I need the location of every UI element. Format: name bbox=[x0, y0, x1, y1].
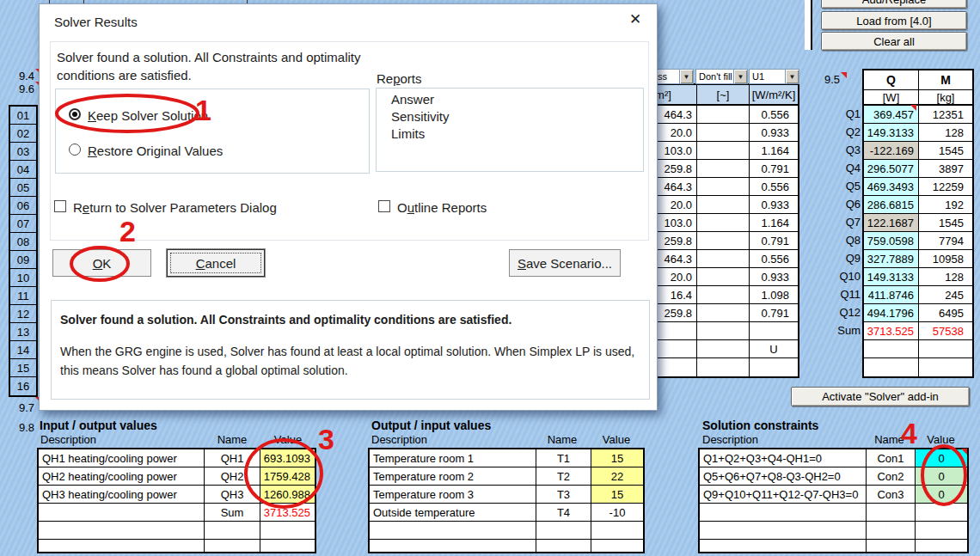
m-cell[interactable]: 12259 bbox=[919, 178, 972, 195]
q-cell[interactable]: 286.6815 bbox=[864, 196, 919, 213]
m-cell[interactable]: 3897 bbox=[919, 160, 972, 177]
q-cell[interactable]: 296.5077 bbox=[864, 160, 919, 177]
close-icon[interactable]: ✕ bbox=[629, 10, 641, 28]
row-label[interactable]: 16 bbox=[10, 377, 36, 395]
report-item-limits[interactable]: Limits bbox=[377, 125, 643, 143]
name-cell[interactable]: T1 bbox=[536, 449, 591, 467]
q-cell[interactable]: 122.1687 bbox=[864, 214, 919, 231]
value-cell[interactable]: 1260.988 bbox=[260, 486, 315, 503]
reports-listbox[interactable]: Answer Sensitivity Limits bbox=[376, 88, 644, 172]
u-cell[interactable]: 0.933 bbox=[750, 124, 798, 141]
desc-cell[interactable]: Temperature room 2 bbox=[370, 467, 536, 485]
q-cell[interactable]: 149.3133 bbox=[864, 268, 919, 285]
name-cell[interactable]: Sum bbox=[205, 504, 260, 521]
desc-cell[interactable] bbox=[39, 504, 205, 521]
desc-cell[interactable]: Temperature room 1 bbox=[370, 449, 536, 467]
u-cell[interactable]: 0.933 bbox=[750, 196, 798, 213]
u-cell[interactable]: 0.556 bbox=[750, 250, 798, 267]
value-cell[interactable]: 22 bbox=[591, 467, 643, 485]
dont-fill-dropdown[interactable]: Don't fill ▼ bbox=[695, 69, 748, 84]
q-cell[interactable]: 469.3493 bbox=[864, 178, 919, 195]
m-cell[interactable]: 1545 bbox=[919, 214, 972, 231]
name-cell[interactable]: T2 bbox=[536, 467, 591, 485]
chevron-down-icon[interactable]: ▼ bbox=[785, 70, 799, 83]
name-cell[interactable]: T4 bbox=[536, 504, 591, 521]
value-cell[interactable]: 15 bbox=[591, 449, 643, 467]
row-label[interactable]: 08 bbox=[10, 233, 36, 251]
m-cell[interactable]: 6495 bbox=[919, 304, 972, 321]
m-cell[interactable]: 10958 bbox=[919, 250, 972, 267]
q-cell[interactable]: 327.7889 bbox=[864, 250, 919, 267]
row-label[interactable]: 12 bbox=[10, 305, 36, 323]
value-cell[interactable]: 693.1093 bbox=[260, 449, 315, 467]
row-label[interactable]: 14 bbox=[10, 341, 36, 359]
m-cell[interactable]: 192 bbox=[919, 196, 972, 213]
q-sum-cell[interactable]: 3713.525 bbox=[864, 322, 919, 339]
u-cell[interactable]: 1.164 bbox=[750, 142, 798, 159]
name-cell[interactable]: T3 bbox=[536, 486, 591, 503]
outline-reports-checkbox[interactable] bbox=[378, 200, 390, 212]
u-cell[interactable]: 0.791 bbox=[750, 304, 798, 321]
value-cell[interactable]: 3713.525 bbox=[260, 504, 315, 521]
u-cell[interactable]: 1.164 bbox=[750, 214, 798, 231]
q-cell[interactable]: 759.0598 bbox=[864, 232, 919, 249]
row-label[interactable]: 10 bbox=[10, 269, 36, 287]
u1-dropdown[interactable]: U1 ▼ bbox=[749, 69, 799, 84]
ok-button[interactable]: OK bbox=[52, 249, 151, 277]
m-cell[interactable]: 245 bbox=[919, 286, 972, 303]
row-label[interactable]: 15 bbox=[10, 359, 36, 377]
desc-cell[interactable]: Q9+Q10+Q11+Q12-Q7-QH3=0 bbox=[700, 486, 867, 503]
row-label[interactable]: 05 bbox=[10, 179, 36, 197]
q-cell[interactable]: 411.8746 bbox=[864, 286, 919, 303]
row-label[interactable]: 01 bbox=[10, 107, 36, 125]
report-item-sensitivity[interactable]: Sensitivity bbox=[377, 108, 643, 125]
desc-cell[interactable]: QH2 heating/cooling power bbox=[39, 467, 205, 485]
name-cell[interactable]: Con2 bbox=[867, 467, 916, 485]
load-from-button[interactable]: Load from [4.0] bbox=[821, 11, 967, 30]
value-cell[interactable]: -10 bbox=[591, 504, 643, 521]
clear-all-button[interactable]: Clear all bbox=[821, 32, 967, 51]
m-cell[interactable]: 1545 bbox=[919, 142, 972, 159]
u-cell[interactable]: 0.791 bbox=[750, 232, 798, 249]
desc-cell[interactable]: Outside temperature bbox=[370, 504, 536, 521]
u-cell[interactable]: 0.933 bbox=[750, 268, 798, 285]
chevron-down-icon[interactable]: ▼ bbox=[733, 70, 747, 83]
row-label[interactable]: 13 bbox=[10, 323, 36, 341]
row-label[interactable]: 02 bbox=[10, 125, 36, 143]
desc-cell[interactable]: QH1 heating/cooling power bbox=[39, 449, 205, 467]
chevron-down-icon[interactable]: ▼ bbox=[679, 70, 693, 83]
report-item-answer[interactable]: Answer bbox=[377, 91, 643, 108]
q-cell[interactable]: 494.1796 bbox=[864, 304, 919, 321]
u-cell[interactable]: 0.556 bbox=[750, 106, 798, 123]
restore-values-radio[interactable] bbox=[69, 144, 81, 156]
name-cell[interactable]: QH3 bbox=[205, 486, 260, 503]
u-cell[interactable]: 1.098 bbox=[750, 286, 798, 303]
desc-cell[interactable]: Temperature room 3 bbox=[370, 486, 536, 503]
value-cell[interactable]: 1759.428 bbox=[260, 467, 315, 485]
name-cell[interactable]: QH2 bbox=[205, 467, 260, 485]
value-cell[interactable]: 0 bbox=[916, 467, 967, 485]
m-cell[interactable]: 128 bbox=[919, 268, 972, 285]
row-label[interactable]: 06 bbox=[10, 197, 36, 215]
value-cell[interactable]: 15 bbox=[591, 486, 643, 503]
desc-cell[interactable]: Q5+Q6+Q7+Q8-Q3-QH2=0 bbox=[700, 467, 867, 485]
m-cell[interactable]: 128 bbox=[919, 124, 972, 141]
row-label[interactable]: 03 bbox=[10, 143, 36, 161]
q-cell[interactable]: -122.169 bbox=[864, 142, 919, 159]
keep-solution-radio[interactable] bbox=[69, 108, 81, 120]
u-cell[interactable]: 0.556 bbox=[750, 178, 798, 195]
name-cell[interactable]: Con1 bbox=[867, 449, 916, 467]
activate-solver-button[interactable]: Activate "Solver" add-in bbox=[791, 387, 970, 406]
save-scenario-button[interactable]: Save Scenario... bbox=[509, 249, 621, 277]
cancel-button[interactable]: Cancel bbox=[167, 249, 265, 277]
row-label[interactable]: 11 bbox=[10, 287, 36, 305]
m-cell[interactable]: 7794 bbox=[919, 232, 972, 249]
row-label[interactable]: 09 bbox=[10, 251, 36, 269]
return-to-dialog-checkbox[interactable] bbox=[54, 200, 66, 212]
value-cell[interactable]: 0 bbox=[916, 486, 967, 503]
desc-cell[interactable]: QH3 heating/cooling power bbox=[39, 486, 205, 503]
u-cell[interactable]: 0.791 bbox=[750, 160, 798, 177]
name-cell[interactable]: QH1 bbox=[205, 449, 260, 467]
row-label[interactable]: 04 bbox=[10, 161, 36, 179]
m-sum-cell[interactable]: 57538 bbox=[919, 322, 972, 339]
